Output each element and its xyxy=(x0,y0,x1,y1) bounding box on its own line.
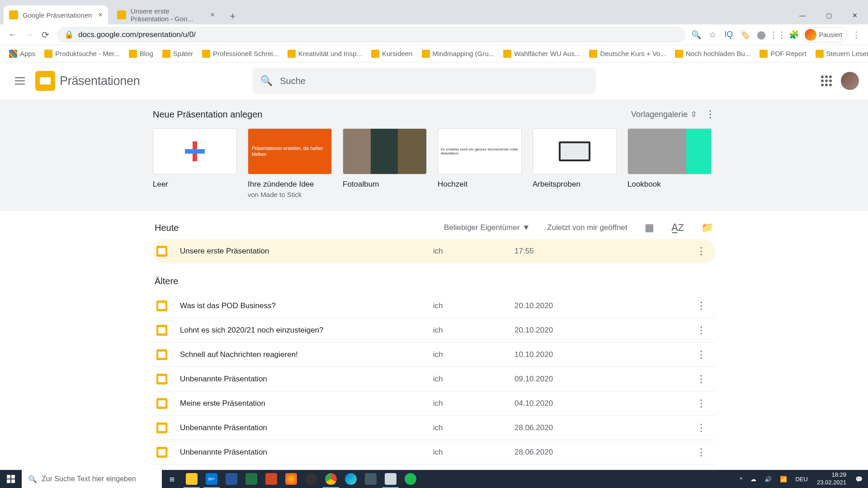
taskbar-app-notepad[interactable] xyxy=(381,470,401,488)
file-more-button[interactable]: ⋮ xyxy=(691,300,712,312)
taskbar-app-obs[interactable] xyxy=(301,470,321,488)
google-apps-button[interactable] xyxy=(821,75,832,86)
file-more-button[interactable]: ⋮ xyxy=(691,422,712,434)
bookmark-label: Später xyxy=(173,50,193,57)
new-tab-button[interactable]: + xyxy=(225,8,241,24)
bookmark-item[interactable]: Noch hochladen Bu... xyxy=(671,48,754,60)
extension-icon[interactable]: IQ xyxy=(722,28,736,42)
tray-wifi-icon[interactable]: 📶 xyxy=(776,476,791,483)
template-gallery-button[interactable]: Vorlagengalerie ⇳ xyxy=(631,109,697,119)
search-input[interactable]: 🔍 Suche xyxy=(252,68,596,94)
apps-icon xyxy=(9,50,17,58)
task-view-button[interactable]: ⊞ xyxy=(162,470,182,488)
slides-file-icon xyxy=(156,349,167,360)
taskbar-clock[interactable]: 18:29 23.02.2021 xyxy=(812,471,851,487)
bookmark-item[interactable]: Professionell Schrei... xyxy=(198,48,282,60)
slides-favicon xyxy=(117,10,126,19)
grid-view-button[interactable]: ▦ xyxy=(645,222,654,234)
file-row[interactable]: Meine erste Präsentationich04.10.2020⋮ xyxy=(153,391,715,416)
file-more-button[interactable]: ⋮ xyxy=(691,324,712,336)
taskbar-app-mail[interactable]: 99+ xyxy=(202,470,222,488)
bookmark-item[interactable]: Später xyxy=(159,48,197,60)
bookmark-item[interactable]: Blog xyxy=(125,48,157,60)
extension-icon[interactable]: 🏷️ xyxy=(738,28,752,42)
taskbar-search-input[interactable]: 🔍 Zur Suche Text hier eingeben xyxy=(22,470,162,488)
reload-button[interactable]: ⟳ xyxy=(37,27,53,43)
file-row[interactable]: Unbenannte Präsentationich28.06.2020⋮ xyxy=(153,416,715,440)
bookmark-item[interactable]: Apps xyxy=(5,48,39,60)
slides-file-icon xyxy=(156,325,167,336)
bookmark-item[interactable]: Kreativität und Insp... xyxy=(284,48,366,60)
taskbar-app-chrome[interactable] xyxy=(321,470,341,488)
url-input[interactable]: 🔒 docs.google.com/presentation/u/0/ xyxy=(57,27,685,43)
chrome-menu-icon[interactable]: ⋮ xyxy=(849,28,863,42)
taskbar-app-explorer[interactable] xyxy=(182,470,202,488)
file-row[interactable]: Schnell auf Nachrichten reagieren!ich10.… xyxy=(153,343,715,367)
file-picker-button[interactable]: 📁 xyxy=(701,222,713,234)
account-avatar[interactable] xyxy=(841,72,859,90)
taskbar-app-powerpoint[interactable] xyxy=(261,470,281,488)
bookmark-item[interactable]: Deutsche Kurs + Vo... xyxy=(585,48,670,60)
file-row[interactable]: Was ist das POD Business?ich20.10.2020⋮ xyxy=(153,294,715,318)
extensions-menu-icon[interactable]: 🧩 xyxy=(787,28,801,42)
bookmark-item[interactable]: Produktsuche - Mer... xyxy=(41,48,123,60)
zoom-icon[interactable]: 🔍 xyxy=(689,28,703,42)
star-icon[interactable]: ☆ xyxy=(705,28,720,42)
extension-icon[interactable]: ⬤ xyxy=(754,28,769,42)
template-thumbnail[interactable]: Präsentationen erstellen, die haften ble… xyxy=(248,128,332,174)
notifications-button[interactable]: 💬 xyxy=(852,476,866,483)
extension-icon[interactable]: ⋮⋮ xyxy=(770,28,785,42)
close-tab-icon[interactable]: × xyxy=(210,11,214,19)
start-button[interactable] xyxy=(0,470,22,488)
file-more-button[interactable]: ⋮ xyxy=(691,398,712,409)
taskbar-app-edge[interactable] xyxy=(341,470,361,488)
folder-icon xyxy=(503,50,511,58)
taskbar-app-excel[interactable] xyxy=(241,470,261,488)
taskbar-app-spotify[interactable] xyxy=(401,470,420,488)
taskbar-app[interactable] xyxy=(281,470,301,488)
sort-label[interactable]: Zuletzt von mir geöffnet xyxy=(547,223,627,232)
browser-tab-active[interactable]: Google Präsentationen × xyxy=(4,5,108,24)
forward-button[interactable]: → xyxy=(21,27,37,43)
tray-expand-icon[interactable]: ^ xyxy=(736,476,746,483)
profile-button[interactable]: Pausiert xyxy=(803,27,847,42)
template-name: Fotoalbum xyxy=(343,180,427,189)
tray-volume-icon[interactable]: 🔊 xyxy=(761,476,775,483)
file-row[interactable]: Lohnt es sich 2020/21 noch einzusteigen?… xyxy=(153,318,715,343)
maximize-button[interactable]: ▢ xyxy=(816,6,842,24)
tray-cloud-icon[interactable]: ☁ xyxy=(747,476,760,483)
taskbar-app-word[interactable] xyxy=(222,470,241,488)
tray-language[interactable]: DEU xyxy=(792,476,811,483)
back-button[interactable]: ← xyxy=(5,27,21,43)
bookmark-item[interactable]: Steuern Lesen !!!! xyxy=(812,48,868,60)
bookmark-item[interactable]: Kursideen xyxy=(368,48,416,60)
taskbar-app[interactable] xyxy=(361,470,381,488)
browser-tab-strip: Google Präsentationen × Unsere erste Prä… xyxy=(0,0,868,24)
template-thumbnail[interactable] xyxy=(533,128,617,174)
file-more-button[interactable]: ⋮ xyxy=(691,446,712,458)
template-thumbnail[interactable] xyxy=(627,128,712,174)
file-more-button[interactable]: ⋮ xyxy=(691,245,712,257)
owner-filter-dropdown[interactable]: Beliebiger Eigentümer ▼ xyxy=(444,223,530,232)
bookmark-item[interactable]: Mindmapping (Gru... xyxy=(418,48,498,60)
minimize-button[interactable]: — xyxy=(789,6,816,24)
browser-tab[interactable]: Unsere erste Präsentation - Goo... × xyxy=(112,5,220,24)
file-row[interactable]: Unsere erste Präsentationich17:55⋮ xyxy=(153,239,715,263)
file-row[interactable]: Unbenannte Präsentationich09.10.2020⋮ xyxy=(153,367,715,391)
bookmark-item[interactable]: Wahlfächer WU Aus... xyxy=(500,48,584,60)
search-icon: 🔍 xyxy=(28,475,37,483)
main-menu-button[interactable] xyxy=(9,70,31,92)
template-thumbnail[interactable] xyxy=(153,128,237,174)
close-tab-icon[interactable]: × xyxy=(98,11,102,19)
templates-more-button[interactable]: ⋮ xyxy=(705,108,715,120)
sort-options-button[interactable]: A̲Z xyxy=(671,222,684,234)
file-more-button[interactable]: ⋮ xyxy=(691,373,712,385)
template-thumbnail[interactable]: Es erwartet euch ein ganzes Wochenende v… xyxy=(438,128,522,174)
bookmark-label: Professionell Schrei... xyxy=(213,50,278,57)
bookmark-item[interactable]: PDF Report xyxy=(756,48,810,60)
file-name: Was ist das POD Business? xyxy=(180,301,433,310)
close-window-button[interactable]: ✕ xyxy=(842,6,868,24)
template-thumbnail[interactable] xyxy=(343,128,427,174)
file-more-button[interactable]: ⋮ xyxy=(691,349,712,361)
file-row[interactable]: Unbenannte Präsentationich28.06.2020⋮ xyxy=(153,440,715,465)
